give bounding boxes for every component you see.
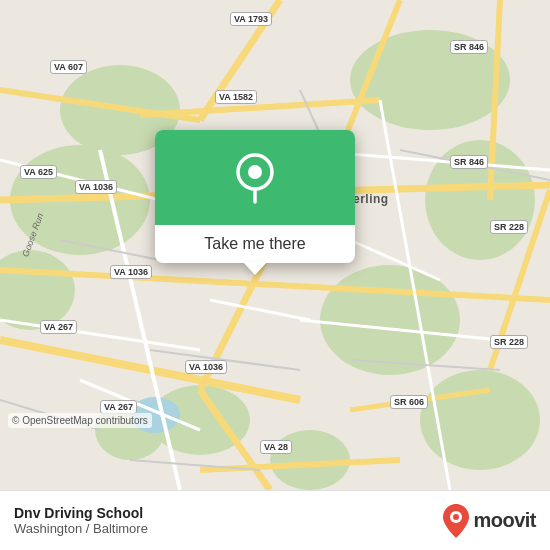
bottom-text: Dnv Driving School Washington / Baltimor… — [14, 505, 443, 536]
popup-green-header — [155, 130, 355, 225]
place-name: Dnv Driving School — [14, 505, 443, 521]
svg-point-4 — [350, 30, 510, 130]
location-pin-icon — [233, 152, 277, 204]
svg-point-6 — [320, 265, 460, 375]
svg-point-9 — [270, 430, 350, 490]
take-me-there-button[interactable]: Take me there — [155, 225, 355, 263]
bottom-bar: Dnv Driving School Washington / Baltimor… — [0, 490, 550, 550]
map-container: VA 1793VA 607VA 1582VA 1036VA 1036VA 103… — [0, 0, 550, 490]
place-location: Washington / Baltimore — [14, 521, 443, 536]
map-attribution: © OpenStreetMap contributors — [8, 413, 152, 428]
moovit-pin-icon — [443, 504, 469, 538]
moovit-text: moovit — [473, 509, 536, 532]
svg-point-49 — [453, 514, 459, 520]
popup-card: Take me there — [155, 130, 355, 263]
svg-point-46 — [248, 165, 262, 179]
moovit-logo: moovit — [443, 504, 536, 538]
